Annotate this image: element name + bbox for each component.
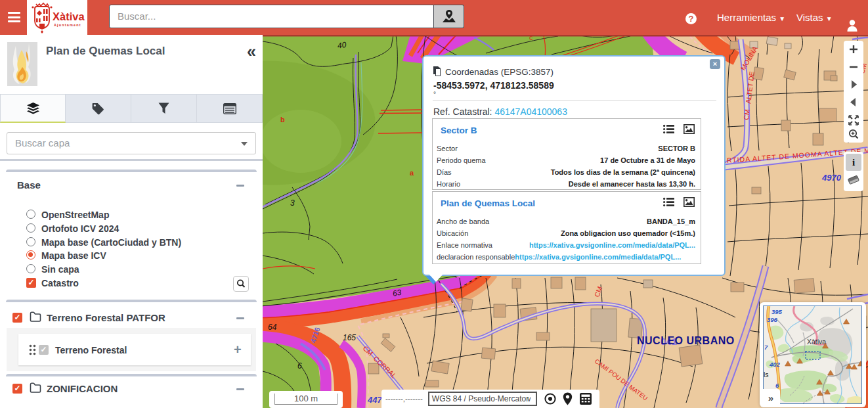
svg-text:447: 447 — [367, 395, 382, 405]
svg-text:63: 63 — [392, 288, 402, 298]
svg-text:7: 7 — [764, 344, 768, 351]
svg-text:165: 165 — [343, 333, 356, 342]
svg-text:64: 64 — [268, 323, 277, 332]
svg-text:40: 40 — [337, 40, 347, 51]
svg-text:a: a — [410, 169, 414, 177]
svg-text:3: 3 — [290, 198, 295, 208]
svg-text:Ajuntament: Ajuntament — [54, 23, 81, 27]
svg-text:ls: ls — [764, 371, 769, 378]
svg-text:6: 6 — [775, 382, 779, 389]
svg-text:Xàtiva: Xàtiva — [807, 338, 826, 346]
svg-text:402: 402 — [769, 361, 781, 368]
svg-text:396: 396 — [767, 316, 778, 323]
svg-text:Xàtiva: Xàtiva — [53, 11, 85, 22]
svg-text:395: 395 — [771, 308, 783, 315]
svg-text:6: 6 — [297, 361, 302, 371]
svg-text:NUCLEO URBANO: NUCLEO URBANO — [637, 335, 735, 346]
svg-text:4970: 4970 — [821, 173, 842, 183]
svg-text:b: b — [280, 116, 285, 124]
